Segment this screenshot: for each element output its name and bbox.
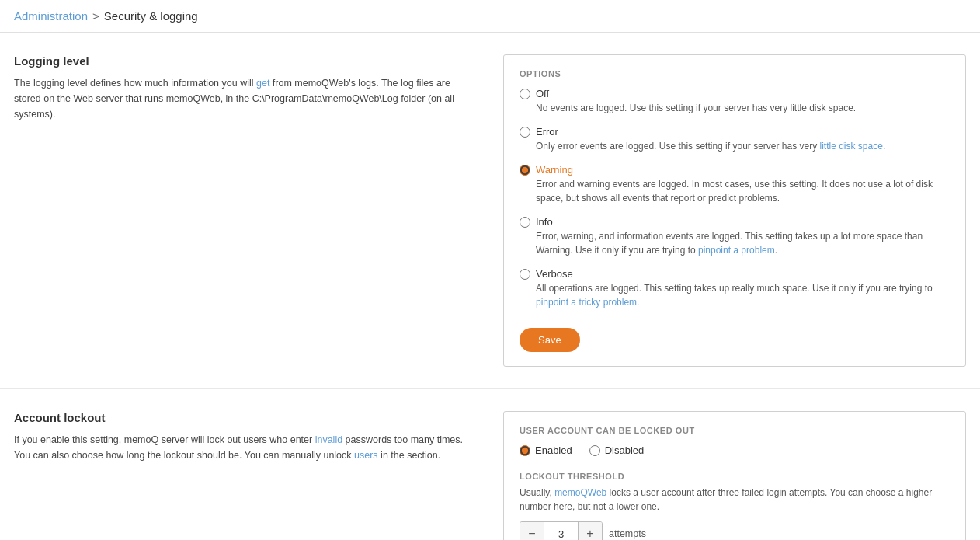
- radio-option-error: Error Only error events are logged. Use …: [520, 126, 950, 153]
- threshold-unit: attempts: [609, 528, 646, 539]
- radio-option-warning: Warning Error and warning events are log…: [520, 164, 950, 205]
- radio-warning-desc: Error and warning events are logged. In …: [520, 177, 950, 205]
- radio-warning[interactable]: [520, 165, 530, 176]
- logging-section-desc: The logging level defines how much infor…: [14, 75, 480, 122]
- radio-info-desc: Error, warning, and information events a…: [520, 229, 950, 257]
- breadcrumb-current-page: Security & logging: [104, 9, 198, 23]
- radio-info-desc-link: pinpoint a problem: [698, 245, 775, 256]
- lockout-disabled-option: Disabled: [589, 444, 645, 456]
- threshold-desc-link: memoQWeb: [554, 487, 606, 498]
- logging-section-left: Logging level The logging level defines …: [14, 54, 503, 367]
- radio-lockout-enabled[interactable]: [520, 445, 530, 456]
- breadcrumb-admin-link[interactable]: Administration: [14, 9, 88, 23]
- lockout-enabled-label[interactable]: Enabled: [535, 444, 572, 456]
- logging-desc-link1: get: [256, 78, 269, 89]
- lockout-options-panel: USER ACCOUNT CAN BE LOCKED OUT Enabled D…: [503, 411, 966, 540]
- lockout-desc-link2: users: [354, 450, 378, 461]
- logging-section: Logging level The logging level defines …: [0, 33, 980, 389]
- radio-warning-label[interactable]: Warning: [536, 164, 573, 176]
- threshold-value-input[interactable]: [544, 522, 579, 540]
- radio-error-desc: Only error events are logged. Use this s…: [520, 139, 950, 153]
- radio-off[interactable]: [520, 89, 530, 99]
- radio-error-desc-link: little disk space: [820, 141, 883, 152]
- radio-option-verbose: Verbose All operations are logged. This …: [520, 268, 950, 309]
- radio-verbose[interactable]: [520, 269, 530, 280]
- lockout-options-label: USER ACCOUNT CAN BE LOCKED OUT: [520, 426, 950, 435]
- threshold-desc: Usually, memoQWeb locks a user account a…: [520, 486, 950, 514]
- logging-section-title: Logging level: [14, 54, 480, 68]
- lockout-enabled-disabled-row: Enabled Disabled: [520, 444, 950, 456]
- lockout-desc-link1: invalid: [315, 434, 342, 445]
- lockout-enabled-option: Enabled: [520, 444, 572, 456]
- threshold-stepper: − +: [520, 521, 603, 540]
- breadcrumb: Administration > Security & logging: [0, 0, 980, 33]
- threshold-label: LOCKOUT THRESHOLD: [520, 472, 950, 481]
- lockout-section-title: Account lockout: [14, 411, 480, 424]
- lockout-section: Account lockout If you enable this setti…: [0, 389, 980, 540]
- radio-error-label[interactable]: Error: [536, 126, 558, 138]
- threshold-decrement-button[interactable]: −: [520, 522, 544, 540]
- radio-error[interactable]: [520, 127, 530, 138]
- breadcrumb-separator: >: [92, 9, 99, 23]
- logging-options-label: OPTIONS: [520, 69, 950, 78]
- radio-off-label[interactable]: Off: [536, 88, 549, 99]
- lockout-section-desc: If you enable this setting, memoQ server…: [14, 432, 480, 463]
- lockout-section-left: Account lockout If you enable this setti…: [14, 411, 503, 540]
- logging-save-button[interactable]: Save: [520, 328, 580, 352]
- radio-option-info: Info Error, warning, and information eve…: [520, 216, 950, 257]
- radio-off-desc: No events are logged. Use this setting i…: [520, 101, 950, 115]
- radio-option-off: Off No events are logged. Use this setti…: [520, 88, 950, 115]
- threshold-stepper-row: − + attempts: [520, 521, 950, 540]
- radio-info-label[interactable]: Info: [536, 216, 553, 228]
- radio-verbose-desc-link: pinpoint a tricky problem: [536, 297, 637, 308]
- radio-verbose-label[interactable]: Verbose: [536, 268, 573, 280]
- threshold-increment-button[interactable]: +: [579, 522, 602, 540]
- radio-verbose-desc: All operations are logged. This setting …: [520, 281, 950, 309]
- lockout-threshold: LOCKOUT THRESHOLD Usually, memoQWeb lock…: [520, 472, 950, 540]
- radio-lockout-disabled[interactable]: [589, 445, 600, 456]
- lockout-disabled-label[interactable]: Disabled: [605, 444, 645, 456]
- logging-options-panel: OPTIONS Off No events are logged. Use th…: [503, 54, 966, 367]
- main-content: Logging level The logging level defines …: [0, 33, 980, 540]
- radio-info[interactable]: [520, 217, 530, 228]
